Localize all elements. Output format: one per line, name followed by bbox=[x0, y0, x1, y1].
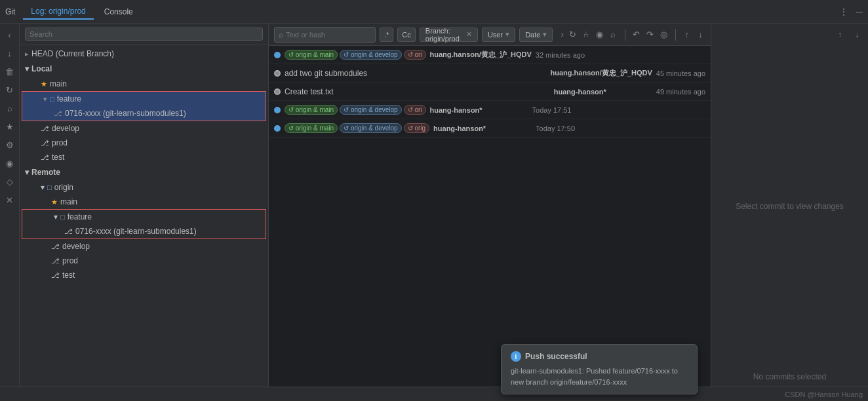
commit-message: add two git submodules bbox=[285, 69, 547, 78]
git-label: Git bbox=[5, 7, 15, 16]
local-feature-sub-label: 0716-xxxx (git-learn-submodules1) bbox=[65, 109, 186, 118]
origin-chevron-icon: ▾ bbox=[41, 183, 45, 192]
commit-time: 49 minutes ago bbox=[656, 88, 705, 96]
up-panel-icon[interactable]: ↑ bbox=[833, 28, 847, 42]
remote-develop-label: develop bbox=[62, 242, 90, 251]
remote-main-label: main bbox=[60, 197, 77, 206]
branch-filter-pill[interactable]: Branch: origin/prod ✕ bbox=[420, 28, 478, 42]
search-icon-bar[interactable]: ⌕ bbox=[1, 100, 18, 117]
refresh-icon[interactable]: ↻ bbox=[1, 81, 18, 98]
tree-item-head[interactable]: ▸ HEAD (Current Branch) bbox=[20, 47, 268, 61]
commit-row[interactable]: ↺ origin & main ↺ origin & develop ↺ ori… bbox=[269, 119, 711, 138]
notification-title-text: Push successful bbox=[525, 352, 587, 361]
eye-icon[interactable]: ◉ bbox=[1, 155, 18, 172]
local-label: Local bbox=[31, 64, 52, 73]
divider bbox=[625, 29, 625, 41]
trash-icon[interactable]: 🗑 bbox=[1, 63, 18, 80]
sidebar-item-local-feature-sub[interactable]: ⎇ 0716-xxxx (git-learn-submodules1) bbox=[22, 106, 266, 121]
redo-icon[interactable]: ↷ bbox=[645, 28, 655, 42]
user-chevron-icon: ▾ bbox=[505, 30, 509, 39]
commit-time: 32 minutes ago bbox=[536, 51, 585, 59]
branch-icon-prod: ⎇ bbox=[41, 139, 49, 147]
branch-icon-develop: ⎇ bbox=[41, 124, 49, 133]
sidebar-search-input[interactable] bbox=[25, 28, 263, 41]
sidebar-item-local-develop[interactable]: ⎇ develop bbox=[20, 121, 268, 136]
user-filter-pill[interactable]: User ▾ bbox=[482, 28, 515, 42]
regex-button[interactable]: .* bbox=[380, 28, 393, 42]
refresh-commits-icon[interactable]: ↻ bbox=[568, 28, 578, 42]
sidebar: ▸ HEAD (Current Branch) ▾ Local ★ main ▾… bbox=[20, 24, 269, 387]
down-icon[interactable]: ↓ bbox=[1, 45, 18, 62]
eye2-icon[interactable]: ◎ bbox=[659, 28, 669, 42]
commit-author: huang.hanson/黄忠_沪_HQDV bbox=[551, 68, 652, 78]
sidebar-item-remote-prod[interactable]: ⎇ prod bbox=[20, 254, 268, 268]
remote-section-header[interactable]: ▾ Remote bbox=[20, 164, 268, 180]
tag-ori2: ↺ ori bbox=[404, 105, 426, 115]
down-panel-icon[interactable]: ↓ bbox=[850, 28, 864, 42]
commit-row[interactable]: Create test.txt huang-hanson* 49 minutes… bbox=[269, 83, 711, 101]
right-panel-content: Select commit to view changes bbox=[736, 46, 844, 367]
remote-label: Remote bbox=[31, 168, 60, 177]
local-section-header[interactable]: ▾ Local bbox=[20, 61, 268, 77]
sidebar-item-remote-develop[interactable]: ⎇ develop bbox=[20, 239, 268, 254]
undo-icon[interactable]: ↶ bbox=[631, 28, 641, 42]
sidebar-item-local-feature[interactable]: ▾ □ feature bbox=[22, 92, 266, 106]
up-arrow-icon[interactable]: ↑ bbox=[682, 28, 692, 42]
commit-time: Today 17:51 bbox=[532, 106, 572, 114]
eye-view-icon[interactable]: ◉ bbox=[595, 28, 604, 42]
content-area: ⌕ .* Cc Branch: origin/prod ✕ User ▾ Dat… bbox=[269, 24, 711, 387]
diamond-icon[interactable]: ◇ bbox=[1, 173, 18, 190]
tab-console[interactable]: Console bbox=[96, 5, 141, 19]
origin-label: origin bbox=[54, 183, 73, 192]
commit-dot bbox=[274, 88, 281, 95]
search-box: ⌕ bbox=[274, 27, 376, 43]
date-chevron-icon: ▾ bbox=[543, 30, 547, 39]
search-commits-icon[interactable]: ⌕ bbox=[608, 28, 618, 42]
date-filter-pill[interactable]: Date ▾ bbox=[519, 28, 553, 42]
branch-view-icon[interactable]: ⑃ bbox=[582, 28, 591, 42]
commit-author: huang-hanson* bbox=[554, 88, 652, 96]
notification-body: git-learn-submodules1: Pushed feature/07… bbox=[511, 366, 688, 387]
minimize-icon[interactable]: ─ bbox=[856, 7, 863, 17]
commit-time: Today 17:50 bbox=[536, 124, 575, 132]
down-arrow-icon[interactable]: ↓ bbox=[696, 28, 705, 42]
sidebar-item-local-prod[interactable]: ⎇ prod bbox=[20, 136, 268, 150]
ellipsis-icon[interactable]: ⋮ bbox=[839, 7, 848, 17]
local-test-label: test bbox=[52, 153, 64, 162]
sidebar-item-local-main[interactable]: ★ main bbox=[20, 77, 268, 91]
commit-dot bbox=[274, 52, 281, 58]
commit-row[interactable]: ↺ origin & main ↺ origin & develop ↺ ori… bbox=[269, 101, 711, 119]
sidebar-item-origin[interactable]: ▾ □ origin bbox=[20, 180, 268, 195]
tag-origin-develop2: ↺ origin & develop bbox=[340, 105, 402, 115]
remote-prod-label: prod bbox=[62, 256, 78, 265]
remote-develop-icon: ⎇ bbox=[51, 242, 60, 251]
case-button[interactable]: Cc bbox=[397, 28, 415, 42]
commit-row[interactable]: ↺ origin & main ↺ origin & develop ↺ ori… bbox=[269, 46, 711, 64]
close-icon-bar[interactable]: ✕ bbox=[1, 191, 18, 208]
sidebar-item-remote-test[interactable]: ⎇ test bbox=[20, 268, 268, 282]
gear-icon[interactable]: ⚙ bbox=[1, 136, 18, 153]
sidebar-item-local-test[interactable]: ⎇ test bbox=[20, 150, 268, 164]
tab-log[interactable]: Log: origin/prod bbox=[23, 4, 93, 20]
branch-close-icon[interactable]: ✕ bbox=[466, 30, 472, 39]
local-develop-label: develop bbox=[52, 124, 79, 133]
commit-time: 45 minutes ago bbox=[656, 69, 705, 77]
sidebar-item-remote-feature-sub[interactable]: ⎇ 0716-xxxx (git-learn-submodules1) bbox=[22, 224, 266, 239]
title-bar-icons: ⋮ ─ bbox=[839, 7, 863, 17]
branch-icon-local: ⎇ bbox=[54, 109, 62, 118]
sidebar-item-remote-feature[interactable]: ▾ □ feature bbox=[22, 210, 266, 224]
notification-title: i Push successful bbox=[511, 351, 688, 362]
local-main-label: main bbox=[50, 79, 67, 88]
search-input[interactable] bbox=[286, 31, 371, 39]
commit-tags: ↺ origin & main ↺ origin & develop ↺ ori bbox=[285, 50, 426, 60]
tag-origin-main: ↺ origin & main bbox=[285, 50, 338, 60]
star-icon-bar[interactable]: ★ bbox=[1, 118, 18, 135]
arrow-right-icon[interactable]: › bbox=[561, 29, 563, 39]
sidebar-item-remote-main[interactable]: ★ main bbox=[20, 195, 268, 209]
commit-dot bbox=[274, 107, 281, 113]
commit-row[interactable]: add two git submodules huang.hanson/黄忠_沪… bbox=[269, 64, 711, 83]
back-icon[interactable]: ‹ bbox=[1, 26, 18, 43]
watermark-text: CSDN @Hanson Huang bbox=[785, 391, 863, 398]
notification-info-icon: i bbox=[511, 351, 521, 362]
commit-author: huang-hanson* bbox=[433, 124, 532, 132]
